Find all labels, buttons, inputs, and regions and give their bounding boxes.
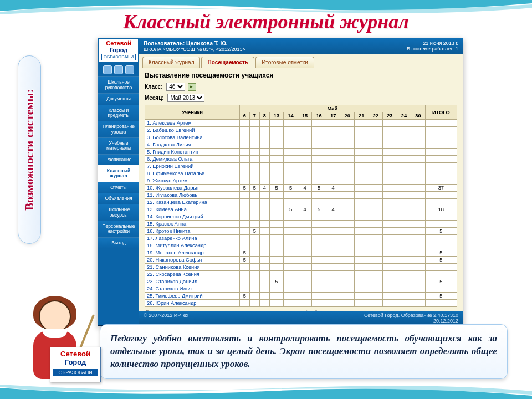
attendance-cell[interactable] — [411, 177, 426, 185]
attendance-cell[interactable] — [312, 228, 326, 235]
attendance-cell[interactable] — [269, 228, 284, 235]
attendance-cell[interactable]: 5 — [284, 206, 298, 213]
attendance-cell[interactable] — [312, 278, 326, 285]
attendance-cell[interactable] — [383, 192, 397, 199]
attendance-cell[interactable] — [326, 192, 340, 199]
attendance-cell[interactable] — [397, 149, 411, 156]
attendance-cell[interactable] — [383, 257, 397, 264]
attendance-cell[interactable] — [239, 149, 249, 156]
attendance-cell[interactable] — [411, 156, 426, 163]
attendance-cell[interactable] — [249, 249, 259, 257]
attendance-cell[interactable] — [284, 177, 298, 185]
attendance-cell[interactable] — [239, 199, 249, 206]
attendance-cell[interactable] — [298, 257, 312, 264]
attendance-cell[interactable] — [369, 156, 383, 163]
attendance-cell[interactable] — [312, 192, 326, 199]
attendance-cell[interactable] — [397, 249, 411, 257]
attendance-cell[interactable] — [249, 156, 259, 163]
attendance-cell[interactable] — [326, 177, 340, 185]
attendance-cell[interactable] — [340, 285, 355, 293]
attendance-cell[interactable] — [312, 271, 326, 278]
attendance-cell[interactable] — [369, 221, 383, 228]
student-cell[interactable]: 19. Монахов Александр — [145, 249, 240, 257]
attendance-cell[interactable] — [326, 163, 340, 170]
attendance-cell[interactable] — [284, 127, 298, 134]
attendance-cell[interactable] — [355, 242, 369, 249]
sidebar-item-8[interactable]: Объявления — [98, 193, 139, 204]
attendance-cell[interactable]: 5 — [312, 206, 326, 213]
student-cell[interactable]: 22. Скосарева Ксения — [145, 271, 240, 278]
attendance-cell[interactable] — [284, 264, 298, 271]
attendance-cell[interactable] — [284, 221, 298, 228]
attendance-cell[interactable] — [383, 242, 397, 249]
attendance-cell[interactable] — [369, 149, 383, 156]
attendance-cell[interactable] — [312, 177, 326, 185]
tab-1[interactable]: Посещаемость — [201, 57, 254, 68]
attendance-cell[interactable] — [355, 177, 369, 185]
help-icon[interactable] — [125, 65, 134, 74]
attendance-cell[interactable] — [383, 206, 397, 213]
attendance-cell[interactable]: 5 — [239, 249, 249, 257]
attendance-cell[interactable] — [411, 120, 426, 127]
attendance-cell[interactable] — [269, 206, 284, 213]
attendance-cell[interactable] — [259, 221, 269, 228]
attendance-cell[interactable] — [326, 228, 340, 235]
attendance-cell[interactable] — [284, 213, 298, 221]
attendance-cell[interactable] — [326, 271, 340, 278]
attendance-cell[interactable] — [239, 163, 249, 170]
attendance-cell[interactable] — [239, 213, 249, 221]
attendance-cell[interactable] — [355, 156, 369, 163]
attendance-cell[interactable] — [284, 192, 298, 199]
attendance-cell[interactable] — [355, 235, 369, 242]
attendance-cell[interactable] — [326, 242, 340, 249]
attendance-cell[interactable] — [239, 156, 249, 163]
attendance-cell[interactable] — [298, 242, 312, 249]
attendance-cell[interactable] — [259, 213, 269, 221]
month-select[interactable]: Май 2013 — [167, 94, 204, 102]
student-cell[interactable]: 1. Алексеев Артем — [145, 120, 240, 127]
attendance-cell[interactable] — [298, 228, 312, 235]
attendance-cell[interactable] — [249, 293, 259, 300]
attendance-cell[interactable] — [284, 271, 298, 278]
attendance-cell[interactable] — [411, 141, 426, 149]
attendance-cell[interactable] — [284, 249, 298, 257]
attendance-cell[interactable] — [249, 271, 259, 278]
attendance-cell[interactable] — [298, 293, 312, 300]
attendance-cell[interactable] — [397, 278, 411, 285]
attendance-cell[interactable] — [326, 278, 340, 285]
attendance-cell[interactable] — [259, 235, 269, 242]
attendance-cell[interactable] — [298, 199, 312, 206]
attendance-cell[interactable] — [312, 300, 326, 307]
sidebar-item-11[interactable]: Выход — [98, 237, 139, 248]
attendance-cell[interactable] — [340, 163, 355, 170]
sidebar-item-10[interactable]: Персональные настройки — [98, 221, 139, 237]
attendance-cell[interactable] — [298, 271, 312, 278]
attendance-cell[interactable] — [298, 170, 312, 177]
attendance-cell[interactable] — [312, 170, 326, 177]
attendance-cell[interactable] — [411, 213, 426, 221]
attendance-cell[interactable] — [259, 271, 269, 278]
attendance-cell[interactable] — [239, 271, 249, 278]
attendance-cell[interactable] — [312, 141, 326, 149]
attendance-cell[interactable] — [239, 235, 249, 242]
attendance-cell[interactable] — [397, 271, 411, 278]
attendance-cell[interactable]: 5 — [284, 185, 298, 192]
attendance-cell[interactable] — [340, 156, 355, 163]
attendance-cell[interactable] — [411, 170, 426, 177]
attendance-cell[interactable] — [369, 177, 383, 185]
attendance-cell[interactable] — [340, 199, 355, 206]
attendance-cell[interactable] — [269, 170, 284, 177]
attendance-cell[interactable] — [298, 156, 312, 163]
attendance-cell[interactable] — [411, 163, 426, 170]
attendance-cell[interactable] — [340, 213, 355, 221]
attendance-cell[interactable] — [249, 264, 259, 271]
attendance-cell[interactable] — [411, 264, 426, 271]
attendance-cell[interactable] — [284, 134, 298, 141]
attendance-cell[interactable] — [284, 242, 298, 249]
attendance-cell[interactable] — [312, 213, 326, 221]
attendance-cell[interactable] — [411, 249, 426, 257]
attendance-cell[interactable] — [269, 293, 284, 300]
attendance-cell[interactable] — [340, 120, 355, 127]
attendance-cell[interactable] — [239, 192, 249, 199]
attendance-cell[interactable] — [259, 293, 269, 300]
